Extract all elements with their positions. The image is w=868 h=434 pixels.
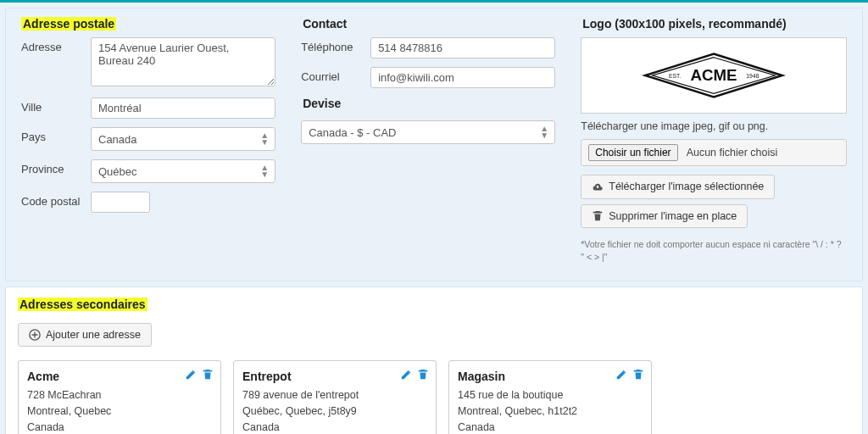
currency-select[interactable]: [301, 120, 555, 144]
choose-file-button[interactable]: Choisir un fichier: [588, 144, 677, 161]
add-address-button[interactable]: Ajouter une adresse: [18, 323, 152, 348]
section-title-logo: Logo (300x100 pixels, recommandé): [581, 17, 787, 31]
country-select[interactable]: [91, 127, 275, 151]
file-status-text: Aucun fichier choisi: [687, 147, 778, 159]
trash-icon[interactable]: [632, 366, 644, 382]
section-title-contact: Contact: [301, 17, 348, 31]
address-label: Adresse: [21, 37, 91, 53]
svg-text:EST.: EST.: [669, 73, 681, 79]
section-title-postal: Adresse postale: [21, 17, 116, 31]
file-picker-row: Choisir un fichier Aucun fichier choisi: [581, 139, 847, 166]
section-title-currency: Devise: [301, 97, 342, 110]
city-input[interactable]: [91, 97, 275, 119]
card-line: Montreal, Quebec, h1t2t2: [458, 403, 643, 420]
trash-icon: [592, 210, 604, 223]
email-input[interactable]: [370, 67, 555, 88]
svg-text:1948: 1948: [746, 73, 759, 79]
card-line: 728 McEachran: [27, 387, 212, 403]
logo-preview: ACME EST. 1948: [581, 37, 847, 114]
card-line: Canada: [27, 420, 212, 434]
plus-circle-icon: [29, 329, 41, 342]
address-card: Magasin 145 rue de la boutique Montreal,…: [448, 360, 652, 434]
card-line: Montreal, Quebec: [27, 403, 212, 420]
card-line: Québec, Quebec, j5t8y9: [242, 403, 427, 420]
zip-input[interactable]: [91, 192, 150, 213]
card-line: 789 avenue de l'entrepot: [242, 387, 427, 403]
edit-icon[interactable]: [400, 366, 412, 382]
main-panel: Adresse postale Adresse Ville Pays ▲▼ Pr…: [5, 8, 863, 281]
country-label: Pays: [21, 127, 91, 143]
upload-image-button[interactable]: Télécharger l'image sélectionnée: [581, 175, 775, 199]
trash-icon[interactable]: [202, 366, 214, 382]
card-line: 145 rue de la boutique: [458, 387, 643, 403]
trash-icon[interactable]: [417, 366, 429, 382]
city-label: Ville: [21, 97, 91, 114]
address-card: Entrepot 789 avenue de l'entrepot Québec…: [233, 360, 437, 434]
cloud-upload-icon: [592, 181, 604, 193]
edit-icon[interactable]: [185, 366, 197, 382]
address-input[interactable]: [91, 37, 275, 86]
edit-icon[interactable]: [615, 366, 627, 382]
address-card: Acme 728 McEachran Montreal, Quebec Cana…: [18, 360, 221, 434]
section-title-secondary: Adresses secondaires: [18, 298, 147, 311]
logo-footnote: *Votre fichier ne doit comporter aucun e…: [581, 238, 847, 263]
province-label: Province: [21, 159, 91, 175]
phone-label: Téléphone: [301, 37, 370, 53]
svg-text:ACME: ACME: [691, 66, 737, 84]
secondary-addresses-panel: Adresses secondaires Ajouter une adresse…: [5, 287, 863, 434]
zip-label: Code postal: [21, 192, 91, 208]
card-line: Canada: [242, 420, 427, 434]
logo-help-text: Télécharger une image jpeg, gif ou png.: [581, 120, 847, 132]
email-label: Courriel: [301, 67, 370, 83]
province-select[interactable]: [91, 159, 275, 183]
card-line: Canada: [458, 420, 643, 434]
phone-input[interactable]: [370, 37, 555, 58]
delete-image-button[interactable]: Supprimer l'image en place: [581, 204, 748, 229]
